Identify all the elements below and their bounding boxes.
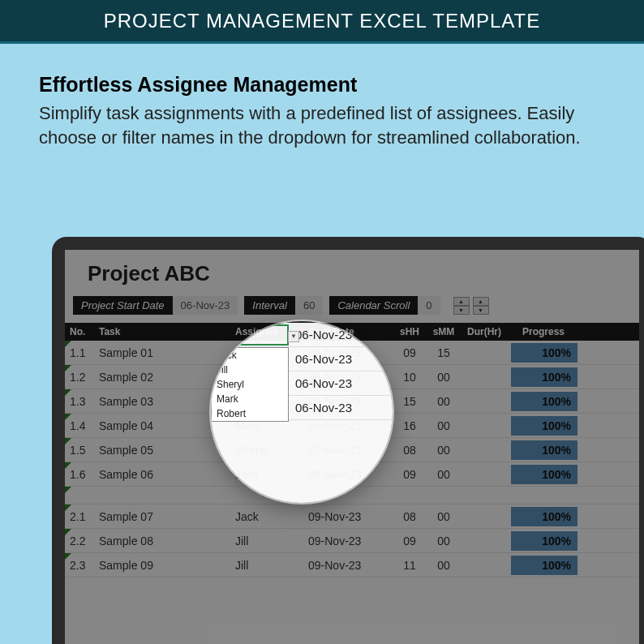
cell-no[interactable]: 2.1: [65, 510, 94, 523]
col-header-progress: Progress: [508, 326, 579, 337]
param-interval-value[interactable]: 60: [295, 296, 323, 315]
col-header-no: No.: [65, 326, 94, 337]
triangle-icon: [65, 487, 71, 493]
cell-assignee[interactable]: Jill: [230, 559, 303, 572]
chevron-up-icon[interactable]: ▲: [453, 297, 470, 306]
cell-task[interactable]: Sample 02: [94, 371, 230, 384]
spotlight-circle: Assignee Start Date Jack ▼ 06-Nov-23 06-…: [211, 321, 393, 503]
progress-cell[interactable]: 100%: [511, 556, 577, 575]
cell-assignee[interactable]: Jill: [230, 535, 303, 547]
cell-no[interactable]: 1.4: [65, 419, 94, 432]
cell-progress-wrap: 100%: [508, 392, 579, 411]
cell-no[interactable]: 1.1: [65, 346, 94, 359]
cell-shh[interactable]: 15: [393, 395, 427, 408]
cell-task[interactable]: Sample 03: [94, 395, 230, 408]
progress-cell[interactable]: 100%: [511, 531, 577, 551]
cell-smm[interactable]: 00: [427, 510, 461, 523]
progress-cell[interactable]: 100%: [511, 392, 577, 411]
param-interval-label: Interval: [244, 296, 295, 315]
cell-smm[interactable]: 00: [427, 371, 461, 384]
cell-smm[interactable]: 15: [427, 346, 461, 359]
cell-smm[interactable]: 00: [427, 468, 461, 481]
cell-no[interactable]: 1.5: [65, 444, 94, 457]
triangle-icon: [65, 341, 71, 347]
cell-smm[interactable]: 00: [427, 444, 461, 457]
promo-section: Effortless Assignee Management Simplify …: [0, 44, 644, 172]
param-start-label: Project Start Date: [73, 296, 173, 315]
spinner-2[interactable]: ▲ ▼: [473, 297, 489, 315]
spinner-group: ▲ ▼ ▲ ▼: [453, 297, 489, 315]
cell-shh[interactable]: 09: [393, 346, 427, 359]
cell-task[interactable]: Sample 07: [94, 510, 230, 523]
spotlight-start-2[interactable]: 06-Nov-23: [290, 376, 388, 390]
triangle-icon: [65, 529, 71, 535]
cell-task[interactable]: Sample 04: [94, 419, 230, 432]
dropdown-option[interactable]: Mark: [212, 392, 288, 406]
cell-shh[interactable]: 16: [393, 419, 427, 432]
cell-no[interactable]: 1.3: [65, 395, 94, 408]
progress-cell[interactable]: 100%: [511, 416, 577, 436]
cell-smm[interactable]: 00: [427, 535, 461, 547]
cell-shh[interactable]: 09: [393, 468, 427, 481]
cell-task[interactable]: Sample 01: [94, 346, 230, 359]
triangle-icon: [65, 504, 71, 511]
param-start-value[interactable]: 06-Nov-23: [173, 296, 238, 315]
dropdown-option[interactable]: Sheryl: [212, 377, 288, 392]
cell-progress-wrap: 100%: [508, 343, 579, 363]
cell-no[interactable]: 1.2: [65, 371, 94, 384]
progress-cell[interactable]: 100%: [511, 440, 577, 460]
cell-no[interactable]: 2.3: [65, 559, 94, 572]
cell-shh[interactable]: 09: [393, 535, 427, 547]
triangle-icon: [65, 438, 71, 444]
cell-assignee[interactable]: Jack: [230, 510, 303, 523]
table-row[interactable]: 2.3Sample 09Jill09-Nov-231100100%: [65, 553, 639, 577]
cell-task[interactable]: Sample 05: [94, 444, 230, 457]
progress-cell[interactable]: 100%: [511, 343, 577, 363]
cell-start[interactable]: 09-Nov-23: [303, 559, 393, 572]
param-scroll-value[interactable]: 0: [418, 296, 440, 315]
chevron-down-icon[interactable]: ▼: [453, 306, 470, 315]
table-row[interactable]: 2.1Sample 07Jack09-Nov-230800100%: [65, 504, 639, 529]
dropdown-option[interactable]: Robert: [212, 406, 288, 421]
chevron-up-icon[interactable]: ▲: [473, 297, 489, 306]
progress-cell[interactable]: 100%: [511, 465, 577, 484]
project-params-row: Project Start Date 06-Nov-23 Interval 60…: [65, 296, 639, 315]
progress-cell[interactable]: 100%: [511, 367, 577, 387]
cell-start[interactable]: 09-Nov-23: [303, 535, 393, 547]
dropdown-handle-icon[interactable]: ▼: [288, 331, 299, 342]
col-header-task: Task: [94, 326, 230, 337]
dropdown-option[interactable]: Jill: [212, 363, 288, 377]
triangle-icon: [65, 365, 71, 371]
param-scroll-label: Calendar Scroll: [329, 296, 418, 315]
col-header-dur: Dur(Hr): [461, 326, 508, 337]
cell-no[interactable]: 1.6: [65, 468, 94, 481]
chevron-down-icon[interactable]: ▼: [473, 306, 489, 315]
cell-start[interactable]: 09-Nov-23: [303, 510, 393, 523]
triangle-icon: [65, 389, 71, 396]
progress-cell[interactable]: 100%: [511, 507, 577, 526]
cell-shh[interactable]: 11: [393, 559, 427, 572]
table-spacer: [65, 487, 639, 504]
spinner-1[interactable]: ▲ ▼: [453, 297, 470, 315]
promo-heading: Effortless Assignee Management: [39, 73, 605, 97]
col-header-smm: sMM: [427, 326, 461, 337]
cell-task[interactable]: Sample 06: [94, 468, 230, 481]
promo-text: Simplify task assignments with a predefi…: [39, 101, 605, 149]
cell-shh[interactable]: 10: [393, 371, 427, 384]
cell-progress-wrap: 100%: [508, 416, 579, 436]
cell-task[interactable]: Sample 08: [94, 535, 230, 547]
spotlight-start-3[interactable]: 06-Nov-23: [290, 401, 388, 414]
cell-no[interactable]: 2.2: [65, 535, 94, 547]
cell-smm[interactable]: 00: [427, 419, 461, 432]
cell-progress-wrap: 100%: [508, 440, 579, 460]
cell-shh[interactable]: 08: [393, 444, 427, 457]
cell-task[interactable]: Sample 09: [94, 559, 230, 572]
cell-smm[interactable]: 00: [427, 395, 461, 408]
cell-smm[interactable]: 00: [427, 559, 461, 572]
cell-progress-wrap: 100%: [508, 531, 579, 551]
triangle-icon: [65, 414, 71, 420]
table-row[interactable]: 2.2Sample 08Jill09-Nov-230900100%: [65, 529, 639, 553]
cell-shh[interactable]: 08: [393, 510, 427, 523]
project-title: Project ABC: [65, 250, 639, 296]
page-banner: PROJECT MANAGEMENT EXCEL TEMPLATE: [0, 0, 644, 44]
